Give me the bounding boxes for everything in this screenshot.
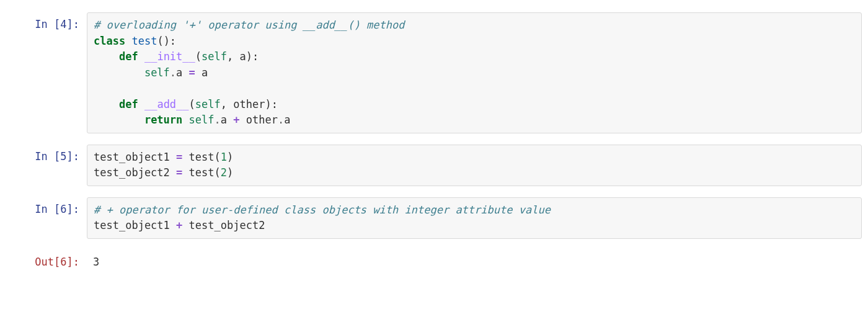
code-token: other [240,114,278,126]
code-token [138,50,144,63]
code-token: test_object1 [94,219,176,231]
code-cell: In [4]:# overloading '+' operator using … [6,12,862,133]
code-token: 3 [93,256,99,268]
code-token: ) [227,166,233,179]
code-token: self [144,66,170,79]
code-token: a [284,114,290,126]
input-prompt: In [6]: [6,197,87,218]
code-token: __init__ [144,50,195,63]
code-token: + [176,219,182,231]
code-token: 2 [221,166,227,179]
code-token: test_object2 [182,219,265,231]
code-token: test( [182,166,220,179]
output-area: 3 [87,250,862,275]
code-token: . [215,114,221,126]
code-token [182,114,188,126]
code-token: 1 [221,151,227,163]
code-token: return [144,114,182,126]
code-token: __add__ [144,98,189,110]
code-token: = [176,166,182,179]
code-cell: In [6]:# + operator for user-defined cla… [6,197,862,239]
code-token: # + operator for user-defined class obje… [94,204,551,216]
code-token: test [131,35,157,47]
code-token: a [176,66,188,79]
code-token [138,98,144,110]
input-prompt: In [5]: [6,145,87,165]
notebook-container: In [4]:# overloading '+' operator using … [6,12,862,274]
code-token: ( [189,98,195,110]
code-token: self [195,98,221,110]
code-token: . [278,114,284,126]
code-token: # overloading '+' operator using __add__… [94,19,405,31]
code-token: + [233,114,239,126]
input-prompt: In [4]: [6,12,87,33]
code-token: test_object1 [94,151,176,163]
code-token: self [189,114,215,126]
code-token: self [202,50,227,63]
code-token: def [119,98,138,110]
code-token: = [189,66,195,79]
output-prompt: Out[6]: [6,250,87,271]
code-token: a [221,114,233,126]
code-input-area[interactable]: # + operator for user-defined class obje… [87,197,862,239]
code-token: ( [195,50,202,63]
code-token: test( [182,151,220,163]
output-cell: Out[6]:3 [6,250,862,275]
code-token: . [170,66,176,79]
code-token: = [176,151,182,163]
code-token: class [94,35,125,47]
code-input-area[interactable]: # overloading '+' operator using __add__… [87,12,862,133]
code-cell: In [5]:test_object1 = test(1) test_objec… [6,145,862,186]
code-input-area[interactable]: test_object1 = test(1) test_object2 = te… [87,145,862,186]
code-token: def [119,50,138,63]
code-token [125,35,131,47]
